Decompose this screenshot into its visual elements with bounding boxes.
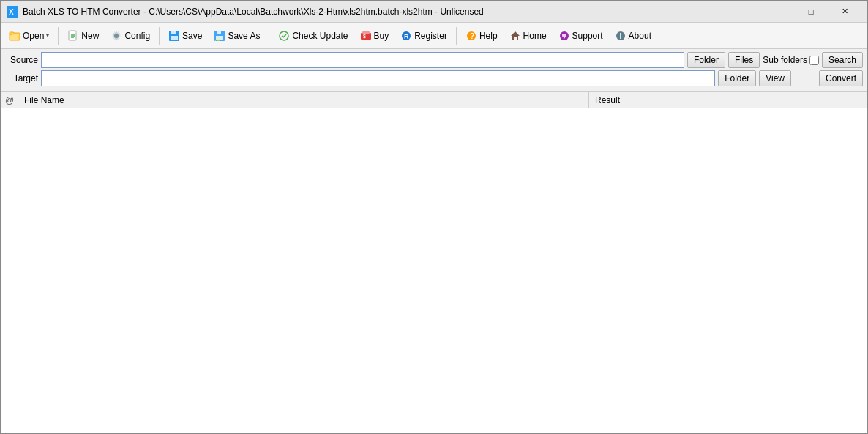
table-header: @ File Name Result — [1, 92, 867, 108]
search-button[interactable]: Search — [822, 52, 863, 68]
new-label: New — [81, 31, 99, 41]
config-icon — [111, 30, 122, 42]
svg-text:$: $ — [363, 34, 366, 40]
open-icon — [9, 30, 20, 42]
help-button[interactable]: ? Help — [460, 26, 503, 46]
target-view-button[interactable]: View — [759, 70, 791, 86]
source-row: Source Folder Files Sub folders Search — [5, 52, 863, 68]
col-filename-header: File Name — [18, 92, 589, 108]
table-area: @ File Name Result — [1, 92, 867, 433]
config-label: Config — [124, 31, 150, 41]
save-label: Save — [182, 31, 202, 41]
target-row: Target Folder View Convert — [5, 70, 863, 86]
subfolders-wrap: Sub folders — [763, 55, 819, 65]
new-icon — [67, 30, 79, 42]
minimize-button[interactable]: ─ — [760, 1, 794, 23]
close-button[interactable]: ✕ — [828, 1, 861, 23]
sep3 — [269, 27, 269, 45]
about-label: About — [629, 31, 651, 41]
checkupdate-icon — [278, 30, 290, 42]
about-icon: i — [615, 30, 626, 42]
target-folder-button[interactable]: Folder — [718, 70, 756, 86]
svg-rect-12 — [176, 31, 177, 34]
save-button[interactable]: Save — [163, 26, 207, 46]
sep2 — [159, 27, 160, 45]
help-label: Help — [479, 31, 498, 41]
buy-icon: $ — [360, 30, 372, 42]
about-button[interactable]: i About — [610, 26, 656, 46]
window-controls: ─ □ ✕ — [760, 1, 861, 23]
svg-text:R: R — [404, 33, 409, 40]
open-button[interactable]: Open ▾ — [4, 26, 54, 46]
input-area: Source Folder Files Sub folders Search T… — [1, 49, 867, 92]
toolbar: Open ▾ New Confi — [1, 23, 867, 49]
help-icon: ? — [465, 30, 477, 42]
svg-text:As: As — [215, 37, 220, 42]
register-label: Register — [414, 31, 447, 41]
register-button[interactable]: R Register — [395, 26, 452, 46]
title-text: Batch XLS TO HTM Converter - C:\Users\CS… — [23, 7, 760, 17]
table-body — [1, 108, 867, 433]
support-button[interactable]: Support — [553, 26, 608, 46]
home-label: Home — [523, 31, 547, 41]
svg-rect-16 — [221, 31, 222, 34]
sep1 — [58, 27, 59, 45]
save-icon — [168, 30, 180, 42]
home-button[interactable]: Home — [504, 26, 552, 46]
source-files-button[interactable]: Files — [728, 52, 760, 68]
config-button[interactable]: Config — [105, 26, 155, 46]
subfolders-label: Sub folders — [763, 55, 807, 65]
main-window: X Batch XLS TO HTM Converter - C:\Users\… — [0, 0, 868, 434]
register-icon: R — [400, 30, 412, 42]
col-result-header: Result — [589, 92, 867, 108]
checkupdate-button[interactable]: Check Update — [273, 26, 353, 46]
buy-button[interactable]: $ Buy — [355, 26, 394, 46]
support-label: Support — [572, 31, 603, 41]
svg-text:?: ? — [470, 32, 474, 40]
support-icon — [558, 30, 570, 42]
svg-text:i: i — [619, 32, 621, 40]
svg-text:X: X — [9, 8, 14, 16]
convert-button[interactable]: Convert — [819, 70, 863, 86]
title-bar: X Batch XLS TO HTM Converter - C:\Users\… — [1, 1, 867, 23]
open-label: Open — [23, 31, 44, 41]
buy-label: Buy — [374, 31, 389, 41]
saveas-icon: As — [214, 30, 225, 42]
source-input[interactable] — [41, 52, 684, 68]
home-icon — [509, 30, 521, 42]
checkupdate-label: Check Update — [292, 31, 348, 41]
maximize-button[interactable]: □ — [794, 1, 828, 23]
target-input[interactable] — [41, 70, 715, 86]
saveas-button[interactable]: As Save As — [209, 26, 265, 46]
saveas-label: Save As — [228, 31, 260, 41]
source-label: Source — [5, 55, 38, 65]
source-folder-button[interactable]: Folder — [687, 52, 725, 68]
open-dropdown-arrow: ▾ — [46, 32, 49, 39]
svg-rect-11 — [171, 36, 178, 40]
sep4 — [456, 27, 457, 45]
app-icon: X — [7, 6, 18, 18]
svg-rect-27 — [562, 34, 566, 37]
target-label: Target — [5, 73, 38, 83]
col-at-header: @ — [1, 92, 18, 108]
svg-rect-3 — [10, 32, 14, 34]
subfolders-checkbox[interactable] — [809, 56, 819, 65]
new-button[interactable]: New — [62, 26, 104, 46]
